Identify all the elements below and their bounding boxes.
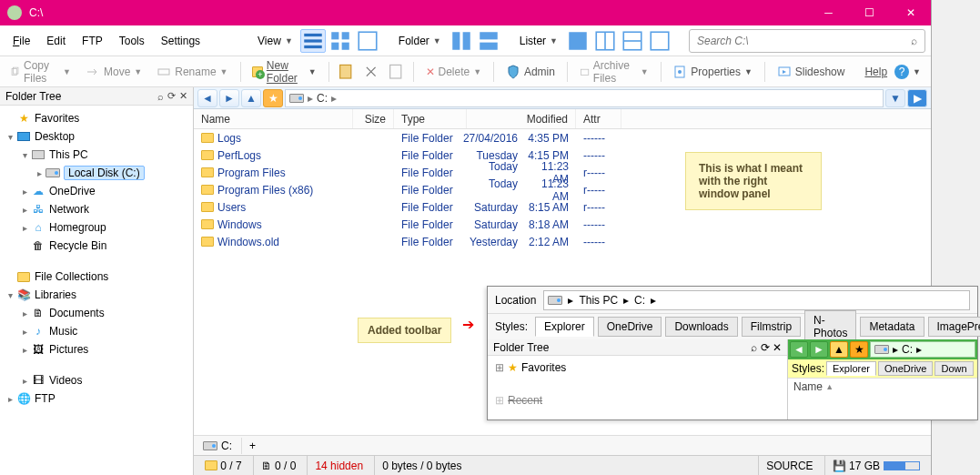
tree-node-recent[interactable]: ⊞Recent — [495, 394, 780, 407]
style-tab-explorer[interactable]: Explorer — [535, 317, 594, 337]
style-tab-nphotos[interactable]: N-Photos — [804, 310, 856, 343]
view-thumb-icon[interactable] — [355, 29, 380, 53]
tree-node[interactable]: ▾This PC — [0, 146, 193, 164]
dual-h-icon[interactable] — [449, 29, 474, 53]
disk-usage-bar — [884, 461, 920, 470]
lister-icon3[interactable] — [620, 29, 645, 53]
view-details-icon[interactable] — [300, 29, 326, 53]
tree-node[interactable]: ▸♪Music — [0, 322, 193, 340]
style-tab-onedrive[interactable]: OneDrive — [598, 317, 662, 337]
nav-back-icon[interactable]: ◄ — [790, 341, 808, 358]
copy-files-button[interactable]: Copy Files▼ — [5, 56, 76, 87]
inset-address-bar-2[interactable]: ▸C:▸ — [870, 341, 975, 358]
style-tab-filmstrip[interactable]: Filmstrip — [742, 317, 801, 337]
maximize-button[interactable]: ☐ — [849, 0, 890, 25]
addr-go-icon[interactable]: ▶ — [907, 89, 927, 107]
nav-star-icon[interactable]: ★ — [850, 341, 868, 358]
tree-node[interactable]: ★Favorites — [0, 109, 193, 127]
col-size[interactable]: Size — [353, 109, 394, 128]
style2-down[interactable]: Down — [935, 361, 973, 376]
properties-button[interactable]: Properties▼ — [668, 62, 757, 82]
menu-settings[interactable]: Settings — [154, 31, 207, 51]
style-tab-imagepreview[interactable]: ImagePreview — [928, 317, 981, 337]
col-modified[interactable]: Modified — [467, 109, 576, 128]
tree-node[interactable]: ▸Local Disk (C:) — [0, 164, 193, 182]
nav-back-icon[interactable]: ◄ — [197, 89, 217, 107]
svg-rect-20 — [158, 69, 169, 75]
col-type[interactable]: Type — [394, 109, 467, 128]
status-bar: 0 / 7 🗎 0 / 0 14 hidden 0 bytes / 0 byte… — [194, 455, 931, 475]
titlebar[interactable]: C:\ ─ ☐ ✕ — [0, 0, 931, 25]
nav-favorites-icon[interactable]: ★ — [263, 89, 283, 107]
view-list-icon[interactable] — [328, 29, 353, 53]
tree-node[interactable]: File Collections — [0, 268, 193, 286]
folder-tree[interactable]: ★Favorites▾Desktop▾This PC▸Local Disk (C… — [0, 106, 193, 475]
search-box[interactable]: ⌕ — [689, 29, 925, 53]
style2-explorer[interactable]: Explorer — [826, 361, 876, 376]
rename-button[interactable]: Rename▼ — [152, 62, 232, 82]
inset-address-bar[interactable]: ▸ This PC▸ C:▸ — [543, 290, 970, 310]
lister-icon4[interactable] — [647, 29, 672, 53]
tree-node[interactable]: ▾📚Libraries — [0, 286, 193, 304]
pin-tree-icon[interactable]: ⟳ — [167, 90, 176, 102]
search-tree-icon[interactable]: ⌕ — [157, 91, 164, 102]
style2-onedrive[interactable]: OneDrive — [878, 361, 933, 376]
menu-edit[interactable]: Edit — [39, 31, 73, 51]
file-row[interactable]: Windows.oldFile FolderYesterday2:12 AM--… — [194, 233, 931, 250]
tree-node-favorites[interactable]: ⊞★Favorites — [495, 361, 780, 374]
nav-forward-icon[interactable]: ► — [219, 89, 239, 107]
path-tab[interactable]: C: — [194, 438, 242, 454]
lister-dropdown[interactable]: Lister ▼ — [514, 32, 563, 50]
help-button[interactable]: Help?▼ — [860, 62, 925, 82]
inset-navbar: ◄ ► ▲ ★ ▸C:▸ — [788, 339, 977, 359]
search-icon[interactable]: ⌕ — [911, 35, 917, 47]
move-button[interactable]: Move▼ — [81, 62, 146, 82]
view-dropdown[interactable]: View ▼ — [252, 32, 298, 50]
cut-icon[interactable] — [361, 60, 380, 84]
style-tab-downloads[interactable]: Downloads — [665, 317, 737, 337]
nav-fwd-icon[interactable]: ► — [810, 341, 828, 358]
search-icon[interactable]: ⌕ — [751, 341, 757, 354]
nav-up-icon[interactable]: ▲ — [830, 341, 848, 358]
menu-ftp[interactable]: FTP — [75, 31, 110, 51]
file-row[interactable]: WindowsFile FolderSaturday8:18 AM------ — [194, 216, 931, 233]
clipboard-icon[interactable] — [336, 60, 355, 84]
style-tab-metadata[interactable]: Metadata — [860, 317, 924, 337]
tree-node[interactable]: ▸🌐FTP — [0, 389, 193, 408]
slideshow-button[interactable]: Slideshow — [773, 62, 850, 82]
tree-node[interactable]: 🗑Recycle Bin — [0, 237, 193, 255]
tree-node[interactable]: ▸🎞Videos — [0, 371, 193, 389]
close-button[interactable]: ✕ — [890, 0, 931, 25]
close-tree-icon[interactable]: ✕ — [179, 90, 187, 102]
minimize-button[interactable]: ─ — [808, 0, 849, 25]
tree-node[interactable]: ▸☁OneDrive — [0, 182, 193, 200]
dual-v-icon[interactable] — [476, 29, 501, 53]
tree-node[interactable]: ▸🖧Network — [0, 200, 193, 218]
inset-col-header[interactable]: Name ▲ — [788, 378, 977, 394]
pin-icon[interactable]: ⟳ — [761, 341, 770, 354]
paste-icon[interactable] — [386, 60, 405, 84]
address-bar[interactable]: ▸ C: ▸ — [285, 89, 884, 107]
menu-file[interactable]: File — [5, 31, 37, 51]
archive-button[interactable]: Archive Files▼ — [575, 56, 653, 87]
tree-node[interactable]: ▾Desktop — [0, 127, 193, 146]
tree-node[interactable]: ▸⌂Homegroup — [0, 218, 193, 237]
close-icon[interactable]: ✕ — [773, 341, 782, 354]
new-tab-button[interactable]: + — [242, 438, 263, 454]
tree-node[interactable]: ▸🗎Documents — [0, 304, 193, 322]
lister-icon1[interactable] — [565, 29, 591, 53]
col-attr[interactable]: Attr — [576, 109, 621, 128]
file-row[interactable]: LogsFile Folder27/04/20164:35 PM------ — [194, 129, 931, 147]
menu-tools[interactable]: Tools — [112, 31, 152, 51]
folder-dropdown[interactable]: Folder ▼ — [393, 32, 447, 50]
search-input[interactable] — [697, 35, 911, 47]
nav-up-icon[interactable]: ▲ — [241, 89, 261, 107]
tree-node[interactable]: ▸🖼Pictures — [0, 340, 193, 359]
addr-dropdown-icon[interactable]: ▼ — [885, 89, 905, 107]
admin-button[interactable]: Admin — [501, 62, 560, 82]
column-headers[interactable]: Name Size Type Modified Attr — [194, 109, 931, 129]
delete-button[interactable]: ✕Delete▼ — [421, 63, 487, 81]
col-name[interactable]: Name — [194, 109, 353, 128]
new-folder-button[interactable]: New Folder▼ — [248, 56, 320, 87]
lister-icon2[interactable] — [592, 29, 618, 53]
